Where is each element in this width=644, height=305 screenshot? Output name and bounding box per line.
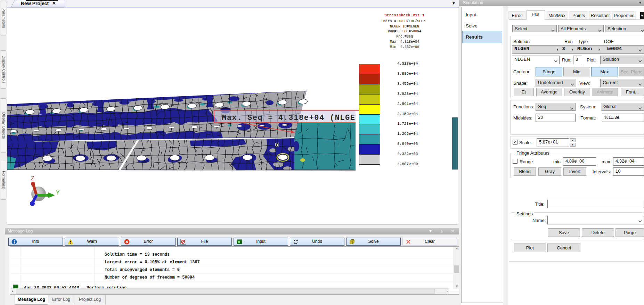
svg-text:Y: Y xyxy=(56,190,60,196)
svg-text:Max. Seq = 4.318e+04 (NLGE: Max. Seq = 4.318e+04 (NLGE xyxy=(222,114,355,122)
svg-text:Z: Z xyxy=(31,175,34,181)
